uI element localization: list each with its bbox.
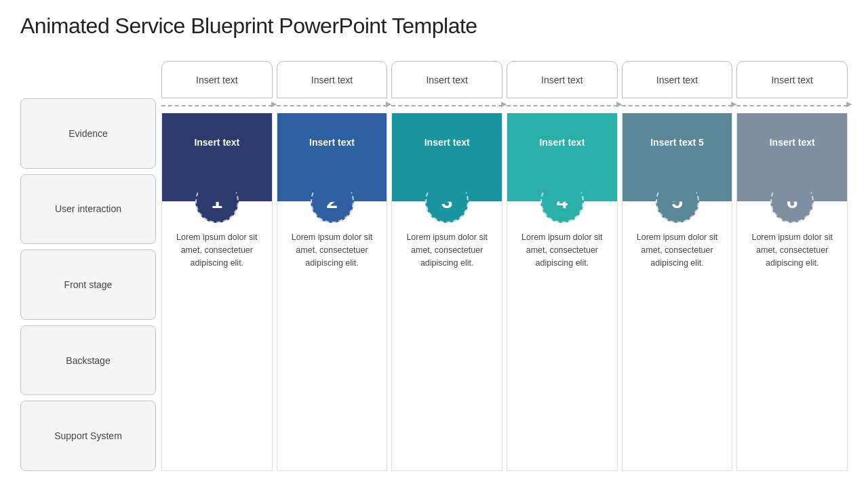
- col-1-header-text[interactable]: Insert text: [194, 137, 239, 148]
- sidebar-item-user-interaction: User interaction: [20, 174, 156, 245]
- sidebar-item-evidence: Evidence: [20, 98, 156, 169]
- col-6-body: Lorem ipsum dolor sit amet, consectetuer…: [737, 201, 847, 470]
- sidebar-item-support-system: Support System: [20, 401, 156, 471]
- top-bubble-2[interactable]: Insert text: [277, 61, 388, 98]
- column-6: Insert text 6 Lorem ipsum dolor sit amet…: [736, 113, 848, 471]
- top-bubble-1[interactable]: Insert text: [161, 61, 273, 98]
- sidebar: Evidence User interaction Front stage Ba…: [20, 51, 156, 471]
- column-1: Insert text 1 Lorem ipsum dolor sit amet…: [161, 113, 273, 471]
- col-3-badge: 3: [425, 180, 469, 223]
- arrow-5: [622, 105, 733, 106]
- col-3-header: Insert text 3: [392, 113, 502, 201]
- column-4: Insert text 4 Lorem ipsum dolor sit amet…: [507, 113, 618, 471]
- col-4-header-text[interactable]: Insert text: [539, 137, 585, 148]
- col-5-body: Lorem ipsum dolor sit amet, consectetuer…: [623, 201, 732, 470]
- arrow-2: [277, 105, 388, 106]
- col-6-header-text[interactable]: Insert text: [770, 137, 815, 148]
- arrow-1: [161, 105, 273, 106]
- col-2-body: Lorem ipsum dolor sit amet, consectetuer…: [277, 201, 387, 470]
- col-5-badge: 5: [656, 180, 699, 223]
- columns-row: Insert text 1 Lorem ipsum dolor sit amet…: [161, 113, 848, 471]
- top-bubble-6[interactable]: Insert text: [736, 61, 848, 98]
- column-2: Insert text 2 Lorem ipsum dolor sit amet…: [277, 113, 388, 471]
- col-2-header-text[interactable]: Insert text: [309, 137, 355, 148]
- top-bubble-4[interactable]: Insert text: [507, 61, 618, 98]
- col-2-header: Insert text 2: [277, 113, 387, 201]
- col-4-header: Insert text 4: [507, 113, 617, 201]
- col-3-header-text[interactable]: Insert text: [425, 137, 470, 148]
- col-4-badge: 4: [540, 180, 584, 223]
- columns-area: Insert text Insert text Insert text Inse…: [161, 51, 848, 471]
- arrow-row: [161, 98, 848, 113]
- column-3: Insert text 3 Lorem ipsum dolor sit amet…: [391, 113, 502, 471]
- col-4-body: Lorem ipsum dolor sit amet, consectetuer…: [507, 201, 617, 470]
- arrow-6: [736, 105, 848, 106]
- top-bubble-5[interactable]: Insert text: [622, 61, 733, 98]
- column-5: Insert text 5 5 Lorem ipsum dolor sit am…: [622, 113, 733, 471]
- arrow-4: [507, 105, 618, 106]
- col-1-header: Insert text 1: [162, 113, 272, 201]
- col-2-badge: 2: [311, 180, 354, 223]
- sidebar-item-backstage: Backstage: [20, 325, 156, 396]
- col-5-header: Insert text 5 5: [623, 113, 732, 201]
- main-layout: Evidence User interaction Front stage Ba…: [20, 51, 848, 471]
- col-6-header: Insert text 6: [737, 113, 847, 201]
- col-5-header-text[interactable]: Insert text 5: [650, 137, 704, 148]
- arrow-3: [391, 105, 502, 106]
- page-title: Animated Service Blueprint PowerPoint Te…: [20, 14, 848, 39]
- sidebar-item-front-stage: Front stage: [20, 249, 156, 320]
- col-3-body: Lorem ipsum dolor sit amet, consectetuer…: [392, 201, 502, 470]
- col-1-badge: 1: [195, 180, 239, 223]
- top-bubble-3[interactable]: Insert text: [391, 61, 502, 98]
- col-1-body: Lorem ipsum dolor sit amet, consectetuer…: [162, 201, 272, 470]
- top-row: Insert text Insert text Insert text Inse…: [161, 51, 848, 98]
- col-6-badge: 6: [770, 180, 814, 223]
